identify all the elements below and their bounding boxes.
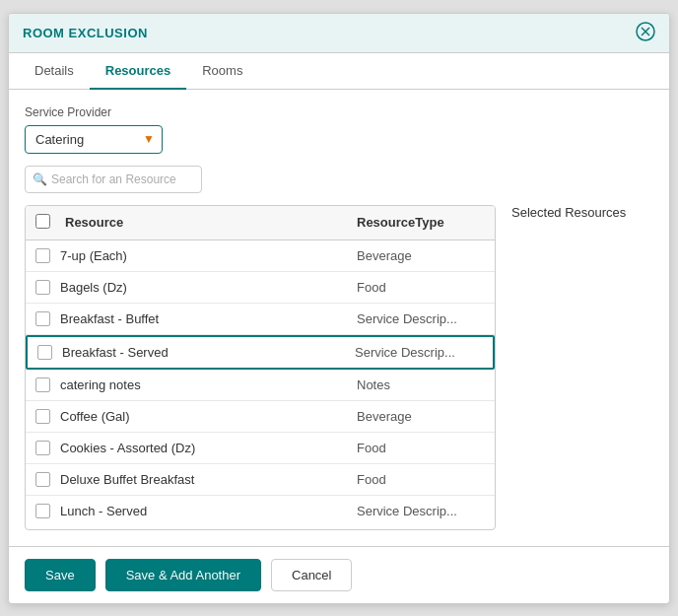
row-type: Food <box>357 441 485 455</box>
table-row: Coffee (Gal) Beverage <box>26 401 495 433</box>
selected-resources-panel: Selected Resources <box>496 205 653 530</box>
row-name: Breakfast - Buffet <box>60 311 357 326</box>
row-checkbox[interactable] <box>35 504 50 518</box>
table-row: Bagels (Dz) Food <box>26 272 495 304</box>
select-all-checkbox[interactable] <box>35 214 50 229</box>
header-check <box>35 214 65 232</box>
row-checkbox[interactable] <box>35 280 50 295</box>
selected-resources-label: Selected Resources <box>511 205 653 220</box>
modal-footer: Save Save & Add Another Cancel <box>9 546 669 603</box>
row-type: Beverage <box>357 409 485 424</box>
table-header-row: Resource ResourceType <box>26 206 495 240</box>
row-checkbox[interactable] <box>35 377 50 392</box>
row-name: Deluxe Buffet Breakfast <box>60 472 357 487</box>
service-provider-label: Service Provider <box>25 105 653 119</box>
row-type: Service Descrip... <box>355 345 483 360</box>
table-row: Breakfast - Buffet Service Descrip... <box>26 304 495 335</box>
row-checkbox[interactable] <box>37 345 52 360</box>
row-checkbox[interactable] <box>35 441 50 455</box>
row-name: 7-up (Each) <box>60 248 357 263</box>
table-row: Lunch - Served Service Descrip... <box>26 496 495 526</box>
row-type: Food <box>357 280 485 295</box>
search-wrapper: 🔍 <box>25 166 202 193</box>
row-checkbox[interactable] <box>35 311 50 326</box>
row-name: Coffee (Gal) <box>60 409 357 424</box>
save-add-another-button[interactable]: Save & Add Another <box>105 559 261 591</box>
table-row: Cookies - Assorted (Dz) Food <box>26 433 495 464</box>
table-row: Deluxe Buffet Breakfast Food <box>26 464 495 496</box>
col-resource-header: Resource <box>65 215 357 230</box>
row-name: catering notes <box>60 377 357 392</box>
modal-header: ROOM EXCLUSION <box>9 14 669 53</box>
row-checkbox[interactable] <box>35 472 50 487</box>
resource-table-area: Resource ResourceType 7-up (Each) Bevera… <box>25 205 653 530</box>
search-input[interactable] <box>25 166 202 193</box>
tab-details[interactable]: Details <box>19 53 90 90</box>
service-provider-select-wrapper: Catering AV Facilities ▼ <box>25 125 163 154</box>
tab-rooms[interactable]: Rooms <box>186 53 258 90</box>
row-checkbox[interactable] <box>35 248 50 263</box>
resource-rows: 7-up (Each) Beverage Bagels (Dz) Food Br… <box>26 240 495 529</box>
service-provider-select[interactable]: Catering AV Facilities <box>25 125 163 154</box>
close-icon <box>636 22 655 41</box>
table-row: 7-up (Each) Beverage <box>26 240 495 272</box>
col-type-header: ResourceType <box>357 215 485 230</box>
row-name: Bagels (Dz) <box>60 280 357 295</box>
row-type: Food <box>357 472 485 487</box>
modal-body: Service Provider Catering AV Facilities … <box>9 90 669 546</box>
cancel-button[interactable]: Cancel <box>271 559 352 591</box>
tab-resources[interactable]: Resources <box>90 53 186 90</box>
row-type: Service Descrip... <box>357 504 485 518</box>
tabs-bar: Details Resources Rooms <box>9 53 669 90</box>
search-icon: 🔍 <box>33 172 47 186</box>
row-name: Breakfast - Served <box>62 345 355 360</box>
row-name: Lunch - Served <box>60 504 357 518</box>
room-exclusion-modal: ROOM EXCLUSION Details Resources Rooms S… <box>8 13 670 604</box>
close-button[interactable] <box>636 22 655 44</box>
row-name: Cookies - Assorted (Dz) <box>60 441 357 455</box>
row-type: Notes <box>357 377 485 392</box>
resource-list-container: Resource ResourceType 7-up (Each) Bevera… <box>25 205 496 530</box>
row-type: Service Descrip... <box>357 311 485 326</box>
save-button[interactable]: Save <box>25 559 96 591</box>
row-checkbox[interactable] <box>35 409 50 424</box>
modal-title: ROOM EXCLUSION <box>23 26 148 40</box>
table-row: Breakfast - Served Service Descrip... <box>26 335 495 370</box>
row-type: Beverage <box>357 248 485 263</box>
table-row: catering notes Notes <box>26 370 495 401</box>
